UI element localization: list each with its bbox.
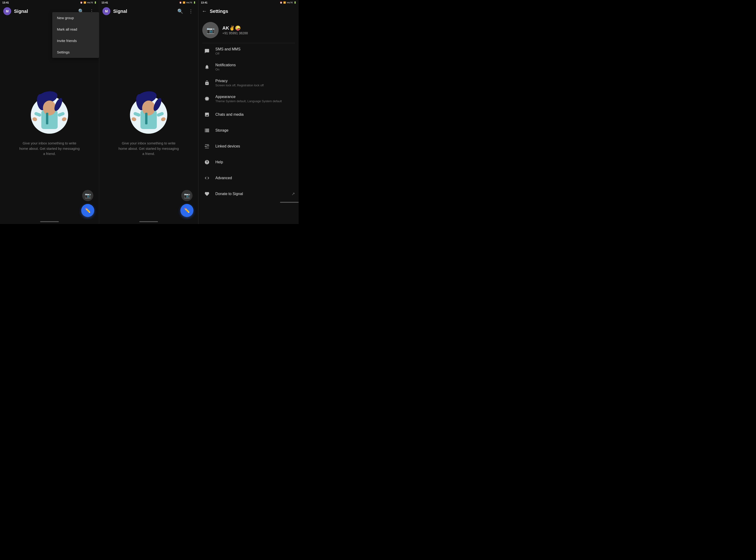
help-label: Help [215,160,295,164]
settings-item-linked[interactable]: Linked devices [199,138,299,154]
storage-label: Storage [215,128,295,133]
svg-rect-5 [46,113,48,124]
donate-text: Donate to Signal [215,192,288,196]
settings-item-help[interactable]: Help [199,154,299,170]
camera-icon-2: 📷 [184,193,190,199]
camera-avatar-icon: 📷 [206,26,215,34]
overflow-icon-2: ⋮ [188,8,193,14]
settings-item-privacy[interactable]: Privacy Screen lock off, Registration lo… [199,75,299,91]
notifications-sublabel: On [215,68,295,71]
compose-fab-2[interactable]: ✏️ [180,204,194,217]
fab-area-2: 📷 ✏️ [180,190,194,217]
chats-label: Chats and media [215,113,295,117]
chats-text: Chats and media [215,113,295,117]
settings-panel: 13:41 ⏰ 📶 VoLTE 🔋 ← Settings 📷 AK✌️🤪 +91… [198,0,299,224]
sms-icon [202,46,212,56]
back-button[interactable]: ← [202,8,207,14]
settings-item-chats[interactable]: Chats and media [199,107,299,122]
app-title-2: Signal [113,8,173,14]
menu-item-invite-friends[interactable]: Invite friends [52,35,99,46]
notifications-icon [202,62,212,72]
profile-section[interactable]: 📷 AK✌️🤪 +91 95991 38288 [199,17,299,43]
svg-point-15 [142,101,155,116]
settings-item-advanced[interactable]: Advanced [199,170,299,186]
menu-item-mark-all-read[interactable]: Mark all read [52,24,99,35]
profile-info: AK✌️🤪 +91 95991 38288 [222,25,248,35]
privacy-icon [202,78,212,87]
menu-item-settings[interactable]: Settings [52,46,99,58]
sms-label: SMS and MMS [215,47,295,51]
overflow-button-2[interactable]: ⋮ [187,7,195,15]
pencil-icon-1: ✏️ [85,208,91,213]
camera-icon-1: 📷 [85,193,91,199]
status-bar-3: 13:41 ⏰ 📶 VoLTE 🔋 [199,0,299,5]
status-bar-2: 13:41 ⏰ 📶 VoLTE 🔋 [99,0,198,5]
settings-item-notifications[interactable]: Notifications On [199,59,299,75]
bottom-indicator-2 [139,221,158,222]
advanced-text: Advanced [215,176,295,180]
app-bar-2: M Signal 🔍 ⋮ [99,5,198,17]
menu-item-new-group[interactable]: New group [52,12,99,24]
advanced-label: Advanced [215,176,295,180]
linked-text: Linked devices [215,144,295,148]
profile-phone: +91 95991 38288 [222,31,248,35]
compose-fab-1[interactable]: ✏️ [81,204,94,217]
appearance-sublabel: Theme System default, Language System de… [215,99,295,103]
svg-point-4 [43,101,56,116]
chats-icon [202,110,212,119]
settings-item-donate[interactable]: Donate to Signal ↗ [199,186,299,202]
donate-icon [202,189,212,199]
privacy-label: Privacy [215,79,295,83]
profile-avatar: 📷 [202,22,219,38]
empty-text-2: Give your inbox something to write home … [118,141,179,157]
search-icon-2: 🔍 [177,8,183,14]
time-1: 13:41 [2,1,9,4]
privacy-text: Privacy Screen lock off, Registration lo… [215,79,295,87]
panel-1: 13:41 ⏰ 📶 VoLTE 🔋 M Signal 🔍 ⋮ New group… [0,0,99,224]
avatar-2[interactable]: M [102,7,111,15]
notifications-text: Notifications On [215,63,295,71]
appearance-icon [202,94,212,103]
settings-app-bar: ← Settings [199,5,299,17]
profile-name: AK✌️🤪 [222,25,248,31]
panel-2: 13:41 ⏰ 📶 VoLTE 🔋 M Signal 🔍 ⋮ [99,0,198,224]
help-icon [202,158,212,167]
camera-fab-2[interactable]: 📷 [181,190,193,201]
status-icons-1: ⏰ 📶 VoLTE 🔋 [80,1,97,4]
settings-title: Settings [210,8,228,14]
settings-item-sms[interactable]: SMS and MMS Off [199,43,299,59]
camera-fab-1[interactable]: 📷 [82,190,93,201]
donate-label: Donate to Signal [215,192,288,196]
privacy-sublabel: Screen lock off, Registration lock off [215,83,295,87]
storage-icon [202,126,212,135]
illustration-1 [24,85,75,136]
fab-area-1: 📷 ✏️ [81,190,94,217]
bottom-indicator-3 [280,202,299,203]
status-icons-2: ⏰ 📶 VoLTE 🔋 [179,1,196,4]
help-text: Help [215,160,295,164]
empty-text-1: Give your inbox something to write home … [19,141,80,157]
advanced-icon [202,173,212,183]
settings-item-storage[interactable]: Storage [199,122,299,138]
bottom-indicator-1 [40,221,59,222]
appearance-text: Appearance Theme System default, Languag… [215,95,295,103]
external-link-icon: ↗ [292,191,295,197]
status-bar-1: 13:41 ⏰ 📶 VoLTE 🔋 [0,0,99,5]
settings-item-appearance[interactable]: Appearance Theme System default, Languag… [199,91,299,107]
svg-rect-16 [145,113,147,124]
linked-icon [202,142,212,151]
pencil-icon-2: ✏️ [184,208,190,213]
search-button-2[interactable]: 🔍 [176,7,184,15]
sms-sublabel: Off [215,52,295,55]
notifications-label: Notifications [215,63,295,67]
time-2: 13:41 [101,1,108,4]
time-3: 13:41 [201,1,207,4]
status-icons-3: ⏰ 📶 VoLTE 🔋 [280,1,296,4]
storage-text: Storage [215,128,295,133]
illustration-2 [123,85,174,136]
appearance-label: Appearance [215,95,295,99]
sms-text: SMS and MMS Off [215,47,295,55]
linked-label: Linked devices [215,144,295,148]
avatar-1[interactable]: M [3,7,11,15]
dropdown-menu: New group Mark all read Invite friends S… [52,12,99,58]
